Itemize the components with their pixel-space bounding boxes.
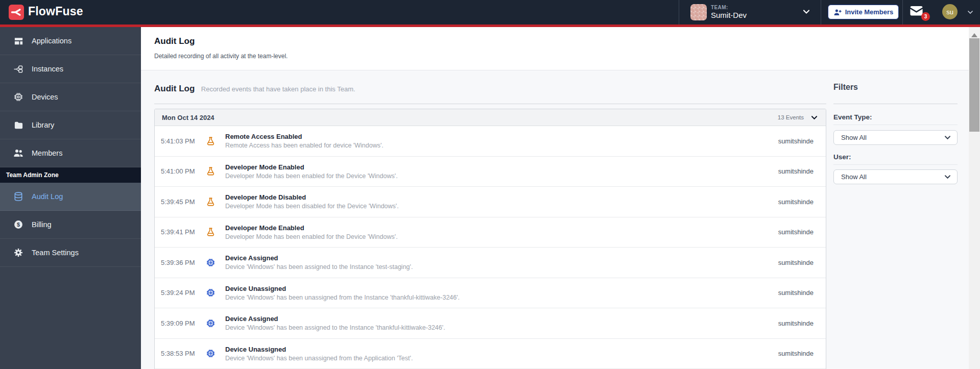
event-description: Developer Mode has been enabled for the …	[225, 233, 398, 240]
chip-icon	[206, 318, 216, 328]
team-label: TEAM:	[711, 5, 728, 10]
sidebar-item-label: Team Settings	[32, 249, 79, 257]
event-user: sumitshinde	[778, 228, 826, 236]
event-time: 5:39:41 PM	[161, 228, 206, 236]
event-user: sumitshinde	[778, 198, 826, 206]
team-switcher-chevron-icon[interactable]	[803, 9, 810, 14]
sidebar-item-label: Billing	[32, 220, 52, 229]
audit-event-row: 5:39:41 PM Developer Mode Enabled Develo…	[155, 217, 826, 248]
flask-icon	[206, 227, 216, 237]
event-type-filter-select[interactable]: Show All	[833, 130, 958, 145]
page-title: Audit Log	[154, 36, 195, 46]
flask-icon	[206, 166, 216, 176]
sidebar-item-label: Members	[32, 149, 62, 157]
user-avatar[interactable]: su	[942, 4, 958, 19]
devices-icon	[13, 92, 23, 102]
sidebar-item-devices[interactable]: Devices	[0, 83, 141, 111]
user-menu-chevron-icon[interactable]	[967, 10, 973, 14]
collapse-group-chevron-icon[interactable]	[811, 115, 818, 120]
audit-log-icon	[13, 191, 23, 202]
team-settings-icon	[13, 248, 23, 258]
header-divider	[821, 0, 821, 24]
sidebar-nav: Applications Instances Devices Library M…	[0, 27, 141, 369]
notification-count-badge: 3	[921, 12, 930, 21]
event-title: Device Assigned	[225, 315, 445, 323]
section-divider	[154, 104, 826, 104]
library-icon	[14, 120, 23, 130]
event-group-header[interactable]: Mon Oct 14 2024 13 Events	[155, 109, 826, 126]
event-description: Device 'Windows' has been assigned to th…	[225, 324, 445, 331]
event-group-count: 13 Events	[778, 114, 804, 120]
instances-icon	[13, 64, 23, 75]
event-user: sumitshinde	[778, 350, 826, 357]
sidebar-item-label: Library	[32, 121, 54, 129]
audit-event-row: 5:38:53 PM Device Unassigned Device 'Win…	[155, 339, 826, 369]
label-underline	[833, 125, 958, 125]
chip-icon	[206, 288, 216, 298]
sidebar-item-instances[interactable]: Instances	[0, 55, 141, 83]
scrollbar-thumb[interactable]	[969, 38, 979, 132]
event-description: Device 'Windows' has been unassigned fro…	[225, 294, 460, 301]
event-time: 5:39:09 PM	[161, 319, 206, 327]
section-subtitle: Recorded events that have taken place in…	[201, 85, 355, 93]
sidebar-item-members[interactable]: Members	[0, 139, 141, 167]
sidebar-item-audit-log[interactable]: Audit Log	[0, 183, 141, 211]
brand-name: FlowFuse	[28, 5, 83, 18]
team-name[interactable]: Sumit-Dev	[711, 11, 747, 19]
event-time: 5:39:45 PM	[161, 198, 206, 206]
audit-event-row: 5:39:09 PM Device Assigned Device 'Windo…	[155, 308, 826, 339]
team-avatar[interactable]	[690, 4, 707, 20]
event-type-filter-label: Event Type:	[833, 113, 872, 121]
sidebar-item-label: Devices	[32, 93, 58, 101]
filters-divider	[833, 104, 958, 104]
vertical-scrollbar[interactable]	[969, 27, 980, 369]
user-add-icon	[833, 8, 842, 16]
event-title: Device Unassigned	[225, 285, 460, 292]
sidebar-item-applications[interactable]: Applications	[0, 27, 141, 55]
audit-event-row: 5:39:36 PM Device Assigned Device 'Windo…	[155, 248, 826, 278]
flask-icon	[206, 197, 216, 207]
event-title: Device Assigned	[225, 254, 413, 262]
invite-members-button[interactable]: Invite Members	[828, 5, 899, 19]
audit-event-row: 5:39:24 PM Device Unassigned Device 'Win…	[155, 278, 826, 309]
audit-events-table: Mon Oct 14 2024 13 Events 5:41:03 PM Rem…	[154, 109, 826, 369]
audit-event-row: 5:39:45 PM Developer Mode Disabled Devel…	[155, 187, 826, 217]
user-filter-label: User:	[833, 153, 851, 161]
user-filter-value: Show All	[841, 173, 867, 181]
flask-icon	[206, 136, 216, 146]
chevron-down-icon	[944, 135, 951, 140]
event-user: sumitshinde	[778, 259, 826, 266]
event-group-date: Mon Oct 14 2024	[162, 114, 214, 121]
sidebar-item-billing[interactable]: $ Billing	[0, 211, 141, 239]
event-user: sumitshinde	[778, 137, 826, 145]
sidebar-item-team-settings[interactable]: Team Settings	[0, 239, 141, 267]
event-title: Remote Access Enabled	[225, 133, 384, 140]
invite-members-label: Invite Members	[845, 8, 894, 16]
event-description: Developer Mode has been disabled for the…	[225, 203, 399, 210]
header-divider	[679, 0, 679, 24]
chevron-down-icon	[944, 175, 951, 179]
event-type-filter-value: Show All	[841, 134, 867, 141]
app-header: FlowFuse TEAM: Sumit-Dev Invite Members …	[0, 0, 980, 24]
event-title: Developer Mode Enabled	[225, 224, 398, 232]
section-title: Audit Log	[154, 84, 195, 93]
event-time: 5:39:24 PM	[161, 289, 206, 297]
page-subtitle: Detailed recording of all activity at th…	[154, 53, 288, 60]
applications-icon	[14, 36, 23, 46]
team-admin-zone-label: Team Admin Zone	[0, 167, 141, 183]
svg-text:$: $	[17, 222, 20, 228]
user-filter-select[interactable]: Show All	[833, 169, 958, 184]
event-user: sumitshinde	[778, 289, 826, 297]
sidebar-item-label: Applications	[32, 37, 71, 45]
sidebar-item-library[interactable]: Library	[0, 111, 141, 139]
event-user: sumitshinde	[778, 167, 826, 175]
page-body: Audit Log Recorded events that have take…	[141, 70, 969, 369]
event-time: 5:41:03 PM	[161, 137, 206, 145]
event-time: 5:38:53 PM	[161, 350, 206, 357]
filters-title: Filters	[833, 83, 858, 92]
flowfuse-logo-icon[interactable]	[9, 5, 24, 20]
billing-icon: $	[13, 219, 23, 230]
audit-event-row: 5:41:03 PM Remote Access Enabled Remote …	[155, 126, 826, 157]
label-underline	[833, 164, 958, 165]
scrollbar-up-arrow[interactable]	[971, 33, 977, 37]
